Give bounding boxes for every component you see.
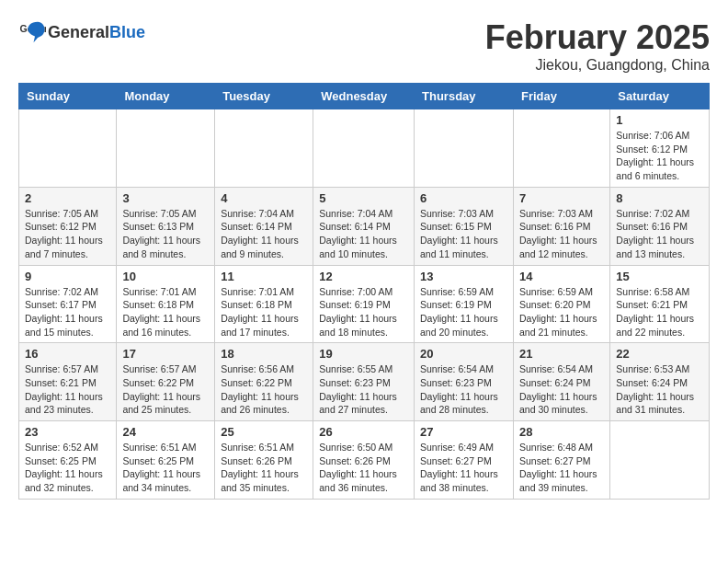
calendar-cell <box>313 109 415 188</box>
calendar-cell: 1Sunrise: 7:06 AM Sunset: 6:12 PM Daylig… <box>610 109 710 188</box>
calendar-cell: 22Sunrise: 6:53 AM Sunset: 6:24 PM Dayli… <box>610 343 710 421</box>
day-of-week-header: Sunday <box>19 84 117 109</box>
calendar-cell: 26Sunrise: 6:50 AM Sunset: 6:26 PM Dayli… <box>313 421 415 500</box>
day-info: Sunrise: 7:01 AM Sunset: 6:18 PM Dayligh… <box>221 285 307 339</box>
logo-blue-text: Blue <box>109 23 145 41</box>
calendar-cell: 27Sunrise: 6:49 AM Sunset: 6:27 PM Dayli… <box>415 421 514 500</box>
day-number: 28 <box>519 425 604 439</box>
logo: General GeneralBlue <box>18 18 145 46</box>
day-info: Sunrise: 6:50 AM Sunset: 6:26 PM Dayligh… <box>319 441 408 495</box>
calendar-cell: 23Sunrise: 6:52 AM Sunset: 6:25 PM Dayli… <box>19 421 117 500</box>
calendar-cell <box>513 109 609 188</box>
calendar-cell <box>610 421 710 500</box>
day-number: 6 <box>420 191 507 205</box>
day-number: 3 <box>122 191 209 205</box>
logo-general-text: General <box>48 23 109 41</box>
calendar-cell: 25Sunrise: 6:51 AM Sunset: 6:26 PM Dayli… <box>215 421 313 500</box>
day-info: Sunrise: 6:54 AM Sunset: 6:23 PM Dayligh… <box>420 362 507 417</box>
calendar-table: SundayMondayTuesdayWednesdayThursdayFrid… <box>18 83 710 500</box>
calendar-cell: 4Sunrise: 7:04 AM Sunset: 6:14 PM Daylig… <box>215 187 313 265</box>
month-title: February 2025 <box>485 18 710 57</box>
calendar-cell: 15Sunrise: 6:58 AM Sunset: 6:21 PM Dayli… <box>610 265 710 343</box>
calendar-week-row: 16Sunrise: 6:57 AM Sunset: 6:21 PM Dayli… <box>19 343 710 421</box>
day-info: Sunrise: 6:51 AM Sunset: 6:25 PM Dayligh… <box>122 441 209 495</box>
day-number: 26 <box>319 425 408 439</box>
day-of-week-header: Friday <box>513 84 609 109</box>
calendar-cell: 3Sunrise: 7:05 AM Sunset: 6:13 PM Daylig… <box>117 187 215 265</box>
day-number: 8 <box>616 191 703 205</box>
day-number: 27 <box>420 425 507 439</box>
day-info: Sunrise: 7:03 AM Sunset: 6:15 PM Dayligh… <box>420 207 507 261</box>
day-info: Sunrise: 6:49 AM Sunset: 6:27 PM Dayligh… <box>420 441 507 495</box>
day-number: 12 <box>319 270 408 283</box>
calendar-cell: 6Sunrise: 7:03 AM Sunset: 6:15 PM Daylig… <box>415 187 514 265</box>
calendar-cell: 18Sunrise: 6:56 AM Sunset: 6:22 PM Dayli… <box>215 343 313 421</box>
calendar-cell <box>117 109 215 188</box>
location-title: Jiekou, Guangdong, China <box>485 57 710 74</box>
title-area: February 2025 Jiekou, Guangdong, China <box>485 18 710 74</box>
day-info: Sunrise: 7:02 AM Sunset: 6:16 PM Dayligh… <box>616 207 703 261</box>
day-number: 13 <box>420 270 507 283</box>
day-number: 4 <box>221 191 307 205</box>
day-info: Sunrise: 6:58 AM Sunset: 6:21 PM Dayligh… <box>616 285 703 339</box>
day-number: 10 <box>122 270 209 283</box>
calendar-cell: 24Sunrise: 6:51 AM Sunset: 6:25 PM Dayli… <box>117 421 215 500</box>
day-info: Sunrise: 7:05 AM Sunset: 6:12 PM Dayligh… <box>25 207 110 261</box>
calendar-cell <box>215 109 313 188</box>
day-number: 16 <box>25 347 110 361</box>
day-info: Sunrise: 6:51 AM Sunset: 6:26 PM Dayligh… <box>221 441 307 495</box>
day-of-week-header: Wednesday <box>313 84 415 109</box>
calendar-cell: 12Sunrise: 7:00 AM Sunset: 6:19 PM Dayli… <box>313 265 415 343</box>
day-info: Sunrise: 7:01 AM Sunset: 6:18 PM Dayligh… <box>122 285 209 339</box>
day-info: Sunrise: 6:54 AM Sunset: 6:24 PM Dayligh… <box>519 362 604 417</box>
day-info: Sunrise: 7:04 AM Sunset: 6:14 PM Dayligh… <box>319 207 408 261</box>
day-number: 14 <box>519 270 604 283</box>
calendar-cell: 11Sunrise: 7:01 AM Sunset: 6:18 PM Dayli… <box>215 265 313 343</box>
calendar-cell: 28Sunrise: 6:48 AM Sunset: 6:27 PM Dayli… <box>513 421 609 500</box>
day-number: 17 <box>122 347 209 361</box>
calendar-cell: 21Sunrise: 6:54 AM Sunset: 6:24 PM Dayli… <box>513 343 609 421</box>
day-number: 11 <box>221 270 307 283</box>
day-info: Sunrise: 7:06 AM Sunset: 6:12 PM Dayligh… <box>616 129 703 183</box>
calendar-cell: 10Sunrise: 7:01 AM Sunset: 6:18 PM Dayli… <box>117 265 215 343</box>
header: General GeneralBlue February 2025 Jiekou… <box>18 18 710 74</box>
calendar-cell: 8Sunrise: 7:02 AM Sunset: 6:16 PM Daylig… <box>610 187 710 265</box>
day-info: Sunrise: 7:00 AM Sunset: 6:19 PM Dayligh… <box>319 285 408 339</box>
day-number: 9 <box>25 270 110 283</box>
day-number: 19 <box>319 347 408 361</box>
day-info: Sunrise: 6:55 AM Sunset: 6:23 PM Dayligh… <box>319 362 408 417</box>
calendar-cell <box>415 109 514 188</box>
day-info: Sunrise: 6:57 AM Sunset: 6:21 PM Dayligh… <box>25 362 110 417</box>
calendar-week-row: 2Sunrise: 7:05 AM Sunset: 6:12 PM Daylig… <box>19 187 710 265</box>
day-info: Sunrise: 6:59 AM Sunset: 6:19 PM Dayligh… <box>420 285 507 339</box>
day-info: Sunrise: 6:53 AM Sunset: 6:24 PM Dayligh… <box>616 362 703 417</box>
day-info: Sunrise: 6:57 AM Sunset: 6:22 PM Dayligh… <box>122 362 209 417</box>
day-info: Sunrise: 7:02 AM Sunset: 6:17 PM Dayligh… <box>25 285 110 339</box>
day-of-week-header: Saturday <box>610 84 710 109</box>
day-number: 21 <box>519 347 604 361</box>
day-info: Sunrise: 7:05 AM Sunset: 6:13 PM Dayligh… <box>122 207 209 261</box>
day-number: 20 <box>420 347 507 361</box>
calendar-cell: 20Sunrise: 6:54 AM Sunset: 6:23 PM Dayli… <box>415 343 514 421</box>
day-of-week-header: Monday <box>117 84 215 109</box>
day-info: Sunrise: 7:04 AM Sunset: 6:14 PM Dayligh… <box>221 207 307 261</box>
day-number: 23 <box>25 425 110 439</box>
day-of-week-header: Thursday <box>415 84 514 109</box>
logo-icon: General <box>18 18 46 46</box>
day-info: Sunrise: 7:03 AM Sunset: 6:16 PM Dayligh… <box>519 207 604 261</box>
calendar-cell: 5Sunrise: 7:04 AM Sunset: 6:14 PM Daylig… <box>313 187 415 265</box>
day-number: 2 <box>25 191 110 205</box>
day-info: Sunrise: 6:48 AM Sunset: 6:27 PM Dayligh… <box>519 441 604 495</box>
calendar-cell: 9Sunrise: 7:02 AM Sunset: 6:17 PM Daylig… <box>19 265 117 343</box>
day-number: 1 <box>616 113 703 127</box>
day-number: 25 <box>221 425 307 439</box>
calendar-header-row: SundayMondayTuesdayWednesdayThursdayFrid… <box>19 84 710 109</box>
day-number: 7 <box>519 191 604 205</box>
calendar-week-row: 1Sunrise: 7:06 AM Sunset: 6:12 PM Daylig… <box>19 109 710 188</box>
day-number: 5 <box>319 191 408 205</box>
day-of-week-header: Tuesday <box>215 84 313 109</box>
day-info: Sunrise: 6:56 AM Sunset: 6:22 PM Dayligh… <box>221 362 307 417</box>
calendar-cell: 13Sunrise: 6:59 AM Sunset: 6:19 PM Dayli… <box>415 265 514 343</box>
day-number: 18 <box>221 347 307 361</box>
calendar-cell: 2Sunrise: 7:05 AM Sunset: 6:12 PM Daylig… <box>19 187 117 265</box>
